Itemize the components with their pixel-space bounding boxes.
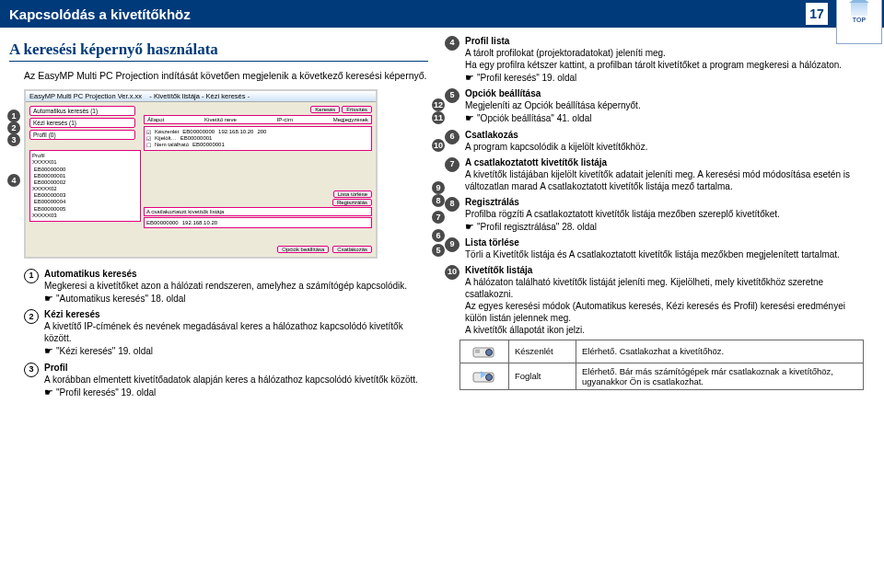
status-busy-label: Foglalt xyxy=(509,363,576,389)
definition-item: 1Automatikus keresésMegkeresi a kivetítő… xyxy=(24,268,428,305)
connected-list-label: A csatlakoztatott kivetítők listája xyxy=(144,207,372,216)
table-row: Foglalt Elérhető. Bár más számítógépek m… xyxy=(460,363,864,389)
status-standby-label: Készenlét xyxy=(509,340,576,363)
table-row: Készenlét Elérhető. Csatlakozhat a kivet… xyxy=(460,340,864,363)
callout-12: 12 xyxy=(432,98,445,111)
tab-manual-search[interactable]: Kézi keresés (1) xyxy=(29,118,135,128)
status-table: Készenlét Elérhető. Csatlakozhat a kivet… xyxy=(459,340,864,390)
definition-number: 3 xyxy=(24,363,39,377)
definition-number: 6 xyxy=(445,130,459,144)
definition-body: Profil listaA tárolt profilokat (projekt… xyxy=(465,35,864,84)
definition-body: Kivetítők listájaA hálózaton található k… xyxy=(465,264,864,336)
definition-item: 3ProfilA korábban elmentett kivetítőadat… xyxy=(24,362,428,398)
callout-2: 2 xyxy=(7,121,20,134)
definition-body: Kézi keresésA kivetítő IP-címének és nev… xyxy=(44,308,428,357)
callout-5: 5 xyxy=(432,244,445,257)
section-title: A keresési képernyő használata xyxy=(9,40,428,62)
intro-text: Az EasyMP Multi PC Projection indítását … xyxy=(24,69,428,82)
svg-point-1 xyxy=(486,349,493,355)
connected-list[interactable]: EB00000000192.168.10.20 xyxy=(144,217,372,228)
callout-3: 3 xyxy=(7,133,20,146)
top-logo: TOP xyxy=(836,0,882,44)
search-button[interactable]: Keresés xyxy=(310,106,340,113)
projector-list[interactable]: ☑KészenlétEB00000000192.168.10.20200 ☑Ki… xyxy=(144,126,372,151)
definition-number: 4 xyxy=(445,36,459,51)
definition-body: CsatlakozásA program kapcsolódik a kijel… xyxy=(465,129,864,153)
definition-item: 2Kézi keresésA kivetítő IP-címének és ne… xyxy=(24,308,428,357)
register-button[interactable]: Regisztrálás xyxy=(332,199,372,206)
definition-number: 5 xyxy=(445,88,459,103)
definition-item: 7A csatlakoztatott kivetítők listájaA ki… xyxy=(445,156,864,192)
definition-number: 2 xyxy=(24,309,39,324)
callout-1: 1 xyxy=(7,110,20,122)
definition-body: RegisztrálásProfilba rögzíti A csatlakoz… xyxy=(465,196,864,233)
callout-6: 6 xyxy=(432,229,445,242)
projector-standby-icon xyxy=(472,343,496,360)
connect-button[interactable]: Csatlakozás xyxy=(332,246,372,253)
callout-8: 8 xyxy=(432,194,445,207)
table-header: Állapot Kivetítő neve IP-cím Megjegyzése… xyxy=(144,115,372,124)
window-titlebar: EasyMP Multi PC Projection Ver.x.xx - Ki… xyxy=(26,91,376,102)
definition-body: ProfilA korábban elmentett kivetítőadato… xyxy=(44,362,428,398)
definition-number: 7 xyxy=(445,157,459,172)
definition-number: 1 xyxy=(24,269,39,283)
projector-busy-icon xyxy=(472,368,496,385)
definition-item: 4Profil listaA tárolt profilokat (projek… xyxy=(445,35,864,84)
clear-list-button[interactable]: Lista törlése xyxy=(333,190,372,198)
definition-item: 5Opciók beállításaMegjeleníti az Opciók … xyxy=(445,87,864,124)
callout-4: 4 xyxy=(7,174,20,187)
definition-body: Lista törléseTörli a Kivetítők listája é… xyxy=(465,236,864,260)
callout-9: 9 xyxy=(432,181,445,194)
definition-item: 9Lista törléseTörli a Kivetítők listája … xyxy=(445,236,864,260)
definition-number: 8 xyxy=(445,197,459,212)
status-busy-desc: Elérhető. Bár más számítógépek már csatl… xyxy=(576,363,864,389)
svg-rect-2 xyxy=(475,350,480,351)
svg-rect-3 xyxy=(475,352,480,352)
definition-item: 6CsatlakozásA program kapcsolódik a kije… xyxy=(445,129,864,153)
definition-body: A csatlakoztatott kivetítők listájaA kiv… xyxy=(465,156,864,192)
options-button[interactable]: Opciók beállítása xyxy=(277,246,329,253)
svg-point-5 xyxy=(486,374,493,380)
page-title: Kapcsolódás a kivetítőkhöz xyxy=(9,6,191,22)
callout-10: 10 xyxy=(432,139,445,152)
page-header: Kapcsolódás a kivetítőkhöz 17 TOP xyxy=(0,0,884,28)
page-number: 17 xyxy=(805,2,829,26)
definition-number: 10 xyxy=(445,265,459,280)
refresh-button[interactable]: Frissítés xyxy=(342,106,372,113)
profile-tree[interactable]: Profil XXXXX01 EB00000000 EB00000001 EB0… xyxy=(29,150,141,222)
tab-auto-search[interactable]: Automatikus keresés (1) xyxy=(29,106,135,116)
definition-body: Opciók beállításaMegjeleníti az Opciók b… xyxy=(465,87,864,124)
app-window: EasyMP Multi PC Projection Ver.x.xx - Ki… xyxy=(24,89,378,259)
definition-item: 8RegisztrálásProfilba rögzíti A csatlako… xyxy=(445,196,864,233)
tab-profile[interactable]: Profil (0) xyxy=(29,130,135,140)
callout-7: 7 xyxy=(432,211,445,224)
definition-number: 9 xyxy=(445,237,459,252)
callout-11: 11 xyxy=(432,111,445,124)
screenshot-figure: 1 2 3 4 12 11 10 9 8 7 6 5 EasyMP Multi … xyxy=(24,89,428,259)
definition-body: Automatikus keresésMegkeresi a kivetítők… xyxy=(44,268,428,305)
definition-item: 10Kivetítők listájaA hálózaton található… xyxy=(445,264,864,336)
status-standby-desc: Elérhető. Csatlakozhat a kivetítőhöz. xyxy=(576,340,864,363)
